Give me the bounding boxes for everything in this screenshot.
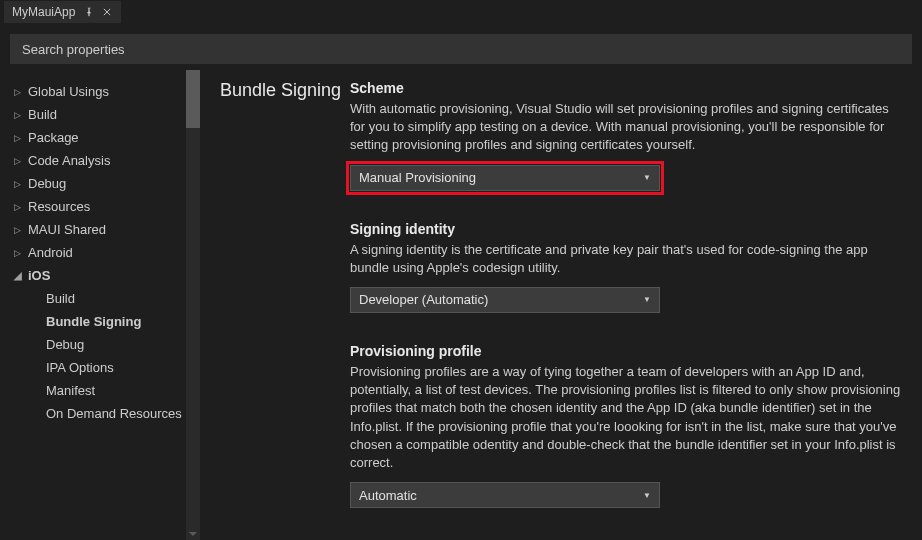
identity-dropdown[interactable]: Developer (Automatic) ▼ <box>350 287 660 313</box>
chevron-right-icon: ▷ <box>14 248 24 258</box>
sidebar-item-label: On Demand Resources <box>46 406 182 421</box>
tab-bar: MyMauiApp <box>0 0 922 24</box>
sidebar-item-build[interactable]: Build <box>14 287 200 310</box>
sidebar-item-label: Android <box>28 245 73 260</box>
setting-profile: Provisioning profile Provisioning profil… <box>350 343 902 508</box>
chevron-right-icon: ▷ <box>14 87 24 97</box>
sidebar-item-label: Code Analysis <box>28 153 110 168</box>
identity-label: Signing identity <box>350 221 902 237</box>
chevron-right-icon: ▷ <box>14 156 24 166</box>
chevron-down-icon: ▼ <box>643 173 651 182</box>
pin-icon[interactable] <box>83 6 95 18</box>
chevron-down-icon: ◢ <box>14 270 24 281</box>
sidebar-item-debug[interactable]: ▷Debug <box>14 172 200 195</box>
search-input[interactable] <box>22 42 900 57</box>
sidebar-item-label: Package <box>28 130 79 145</box>
sidebar-item-label: IPA Options <box>46 360 114 375</box>
chevron-down-icon: ▼ <box>643 491 651 500</box>
tab-mymauiapp[interactable]: MyMauiApp <box>4 1 121 23</box>
setting-identity: Signing identity A signing identity is t… <box>350 221 902 313</box>
identity-value: Developer (Automatic) <box>359 292 488 307</box>
sidebar-item-maui-shared[interactable]: ▷MAUI Shared <box>14 218 200 241</box>
sidebar-item-label: Global Usings <box>28 84 109 99</box>
tab-title: MyMauiApp <box>12 5 75 19</box>
sidebar-item-package[interactable]: ▷Package <box>14 126 200 149</box>
identity-desc: A signing identity is the certificate an… <box>350 241 902 277</box>
chevron-right-icon: ▷ <box>14 133 24 143</box>
section-title: Bundle Signing <box>220 80 350 540</box>
sidebar-item-label: Resources <box>28 199 90 214</box>
chevron-down-icon: ▼ <box>643 295 651 304</box>
setting-scheme: Scheme With automatic provisioning, Visu… <box>350 80 902 191</box>
sidebar-item-label: Debug <box>28 176 66 191</box>
sidebar-item-resources[interactable]: ▷Resources <box>14 195 200 218</box>
sidebar-item-build[interactable]: ▷Build <box>14 103 200 126</box>
sidebar-item-label: Build <box>46 291 75 306</box>
sidebar-item-label: iOS <box>28 268 50 283</box>
sidebar-item-global-usings[interactable]: ▷Global Usings <box>14 80 200 103</box>
sidebar-item-android[interactable]: ▷Android <box>14 241 200 264</box>
sidebar-item-debug[interactable]: Debug <box>14 333 200 356</box>
scheme-value: Manual Provisioning <box>359 170 476 185</box>
scheme-desc: With automatic provisioning, Visual Stud… <box>350 100 902 155</box>
scheme-label: Scheme <box>350 80 902 96</box>
sidebar-scrollbar[interactable] <box>186 70 200 540</box>
sidebar-item-label: Manifest <box>46 383 95 398</box>
sidebar-item-manifest[interactable]: Manifest <box>14 379 200 402</box>
chevron-right-icon: ▷ <box>14 202 24 212</box>
scheme-dropdown[interactable]: Manual Provisioning ▼ <box>350 165 660 191</box>
sidebar: ▷Global Usings▷Build▷Package▷Code Analys… <box>0 70 200 540</box>
sidebar-item-ipa-options[interactable]: IPA Options <box>14 356 200 379</box>
profile-value: Automatic <box>359 488 417 503</box>
sidebar-item-code-analysis[interactable]: ▷Code Analysis <box>14 149 200 172</box>
sidebar-item-on-demand-resources[interactable]: On Demand Resources <box>14 402 200 425</box>
scrollbar-down-arrow-icon[interactable] <box>189 532 197 536</box>
profile-label: Provisioning profile <box>350 343 902 359</box>
chevron-right-icon: ▷ <box>14 179 24 189</box>
sidebar-item-label: MAUI Shared <box>28 222 106 237</box>
sidebar-item-bundle-signing[interactable]: Bundle Signing <box>14 310 200 333</box>
content-area: Bundle Signing Scheme With automatic pro… <box>200 70 922 540</box>
sidebar-item-ios[interactable]: ◢iOS <box>14 264 200 287</box>
close-icon[interactable] <box>101 6 113 18</box>
chevron-right-icon: ▷ <box>14 225 24 235</box>
profile-dropdown[interactable]: Automatic ▼ <box>350 482 660 508</box>
search-bar[interactable] <box>10 34 912 64</box>
profile-desc: Provisioning profiles are a way of tying… <box>350 363 902 472</box>
sidebar-item-label: Build <box>28 107 57 122</box>
sidebar-item-label: Debug <box>46 337 84 352</box>
chevron-right-icon: ▷ <box>14 110 24 120</box>
scrollbar-thumb[interactable] <box>186 70 200 128</box>
sidebar-item-label: Bundle Signing <box>46 314 141 329</box>
